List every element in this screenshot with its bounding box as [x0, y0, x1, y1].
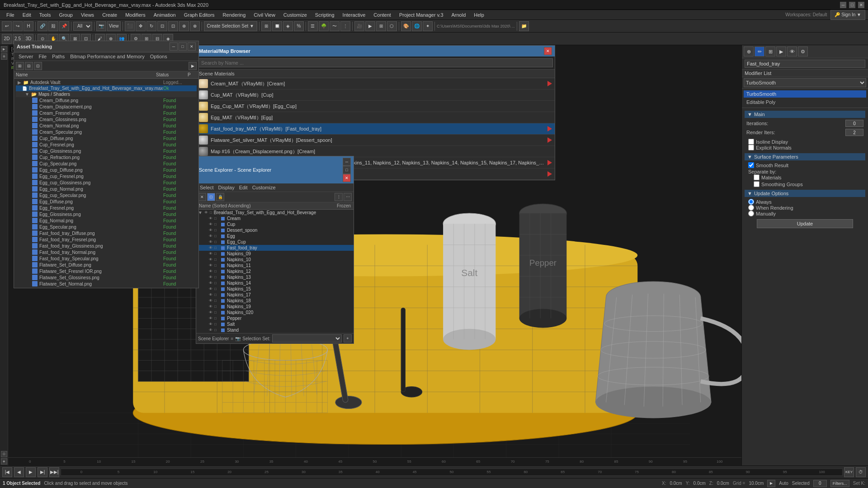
at-file-row-25[interactable]: Fast_food_tray_Specular.pngFound	[16, 255, 197, 262]
at-menu-file[interactable]: File	[37, 53, 48, 60]
mat-item-1[interactable]: Cup_MAT（VRayMtl）[Cup]	[196, 89, 555, 101]
object-name-input[interactable]	[745, 60, 865, 68]
menu-interactive[interactable]: Interactive	[339, 11, 369, 19]
motion-icon-btn[interactable]: ▶	[776, 47, 786, 56]
se-obj-row-12[interactable]: 👁□Napkins_15	[196, 286, 354, 292]
at-close[interactable]: ✕	[188, 42, 196, 51]
move-tool[interactable]: ✥	[136, 21, 146, 31]
se-filter-btn[interactable]: ⋯	[344, 193, 352, 201]
curve-editor[interactable]: 〜	[330, 21, 340, 31]
at-file-row-15[interactable]: Egg_cup_Specular.pngFound	[16, 192, 197, 198]
se-obj-row-13[interactable]: 👁□Napkins_17	[196, 292, 354, 298]
menu-file[interactable]: File	[3, 11, 18, 19]
at-minimize[interactable]: ─	[170, 42, 178, 51]
menu-views[interactable]: Views	[77, 11, 98, 19]
ts-when-rendering-radio[interactable]: When Rendering	[748, 205, 862, 211]
se-obj-row-5[interactable]: 👁□Fast_food_tray	[196, 245, 354, 251]
at-file-row-3[interactable]: Cream_Glossiness.pngFound	[16, 116, 197, 122]
menu-graph-editors[interactable]: Graph Editors	[180, 11, 218, 19]
display-icon-btn[interactable]: 👁	[787, 47, 797, 56]
schematic-view[interactable]: ⋮	[340, 21, 350, 31]
mat-item-4[interactable]: Fast_food_tray_MAT（VRayMtl）[Fast_food_tr…	[196, 123, 555, 135]
timeline-play-btn[interactable]: ▶	[26, 467, 36, 477]
se-close[interactable]: ✕	[343, 174, 351, 182]
at-file-row-16[interactable]: Egg_Diffuse.pngFound	[16, 198, 197, 205]
se-obj-row-2[interactable]: 👁□Dessert_spoon	[196, 227, 354, 233]
ts-materials-radio[interactable]: Materials	[754, 174, 862, 180]
se-obj-row-7[interactable]: 👁□Napkins_10	[196, 257, 354, 263]
status-play-btn[interactable]: ▶	[767, 480, 775, 487]
filters-button[interactable]: Filters...	[830, 480, 849, 487]
select-obj-button[interactable]: 📷	[96, 21, 106, 31]
at-file-row-29[interactable]: Flatware_Set_Normal.pngFound	[16, 281, 197, 287]
sign-in-button[interactable]: 🔑 Sign In ▼	[830, 10, 865, 20]
menu-rendering[interactable]: Rendering	[219, 11, 250, 19]
rotate-tool[interactable]: ↻	[146, 21, 156, 31]
vp-side-btn-4[interactable]: ◈	[1, 458, 7, 465]
create-selection-set[interactable]: Create Selection Set ▼	[204, 21, 257, 31]
se-selection-set-dropdown[interactable]	[272, 334, 342, 343]
select-mode[interactable]: ⬛	[125, 21, 135, 31]
ts-iterations-input[interactable]	[845, 120, 863, 127]
ts-surface-params-header[interactable]: ▼ Surface Parameters	[745, 153, 865, 160]
at-file-row-7[interactable]: Cup_Fresnel.pngFound	[16, 141, 197, 148]
render-frame[interactable]: ▶	[365, 21, 375, 31]
menu-arnold[interactable]: Arnold	[448, 11, 470, 19]
mat-editor[interactable]: 🎨	[401, 21, 411, 31]
se-obj-row-1[interactable]: 👁□Cup	[196, 221, 354, 227]
at-file-row-18[interactable]: Egg_Glossiness.pngFound	[16, 211, 197, 217]
menu-tools[interactable]: Tools	[36, 11, 55, 19]
menu-civil-view[interactable]: Civil View	[250, 11, 278, 19]
at-file-row-22[interactable]: Fast_food_tray_Fresnel.pngFound	[16, 236, 197, 243]
se-obj-row-14[interactable]: 👁□Napkins_18	[196, 298, 354, 304]
timeline-end-btn[interactable]: ▶▶|	[49, 467, 59, 477]
at-file-row-11[interactable]: Egg_cup_Diffuse.pngFound	[16, 167, 197, 173]
render-setup[interactable]: 🎥	[354, 21, 364, 31]
at-menu-paths[interactable]: Paths	[50, 53, 66, 60]
at-file-row-24[interactable]: Fast_food_tray_Normal.pngFound	[16, 249, 197, 255]
timeline-start-btn[interactable]: |◀	[2, 467, 12, 477]
se-menu-display[interactable]: Display	[217, 184, 236, 191]
squash-tool[interactable]: ⊡	[168, 21, 178, 31]
layer-manager[interactable]: ☰	[308, 21, 318, 31]
menu-edit[interactable]: Edit	[19, 11, 35, 19]
align-tool[interactable]: ⊞	[261, 21, 271, 31]
at-menu-bitmap[interactable]: Bitmap Performance and Memory	[68, 53, 146, 60]
menu-modifiers[interactable]: Modifiers	[122, 11, 149, 19]
view-btn[interactable]: View	[107, 21, 121, 31]
se-options-btn[interactable]: ⋮	[335, 193, 343, 201]
close-button[interactable]: ✕	[858, 2, 864, 8]
se-obj-row-6[interactable]: 👁□Napkins_09	[196, 251, 354, 257]
modify-icon-btn[interactable]: ✏	[755, 47, 764, 56]
bind-button[interactable]: 📌	[59, 21, 69, 31]
timeline-prev-btn[interactable]: ◀	[14, 467, 24, 477]
at-tb-btn4[interactable]: ▶	[189, 62, 197, 70]
percent-snap[interactable]: %	[294, 21, 304, 31]
se-obj-row-0[interactable]: 👁□Cream	[196, 216, 354, 221]
menu-project-manager[interactable]: Project Manager v.3	[396, 11, 447, 19]
at-maps-group[interactable]: ▼ 📂 Maps / Shaders	[16, 91, 197, 97]
ts-rollout-header[interactable]: ▼ Main	[745, 111, 865, 118]
vp-side-btn-2[interactable]: ⊕	[1, 53, 7, 60]
link-button[interactable]: 🔗	[38, 21, 47, 31]
at-file-row-12[interactable]: Egg_cup_Fresnel.pngFound	[16, 173, 197, 179]
menu-customize[interactable]: Customize	[280, 11, 311, 19]
at-file-row-8[interactable]: Cup_Glossiness.pngFound	[16, 148, 197, 154]
mat-item-0[interactable]: Cream_MAT（VRayMtl）[Cream]	[196, 78, 555, 89]
scene-explorer-titlebar[interactable]: Scene Explorer - Scene Explorer ─ □ ✕	[196, 156, 354, 183]
mat-item-5[interactable]: Flatware_Set_silver_MAT（VRayMtl）[Dessert…	[196, 135, 555, 146]
menu-animation[interactable]: Animation	[150, 11, 179, 19]
se-tree[interactable]: ▼ 👁 □ Breakfast_Tray_Set_with_Egg_and_Ho…	[196, 210, 354, 333]
frame-input[interactable]	[813, 480, 827, 487]
modifier-dropdown[interactable]: TurboSmooth	[744, 78, 866, 87]
render-env[interactable]: 🌐	[412, 21, 422, 31]
ts-explicit-normals-checkbox[interactable]: Explicit Normals	[748, 145, 862, 150]
material-browser-titlebar[interactable]: Material/Map Browser ✕	[196, 46, 555, 56]
utilities-icon-btn[interactable]: ⚙	[798, 47, 808, 56]
menu-scripting[interactable]: Scripting	[311, 11, 338, 19]
at-scene-file-row[interactable]: 📄 Breakfast_Tray_Set_with_Egg_and_Hot_Be…	[16, 85, 197, 91]
ts-isoline-checkbox[interactable]: Isoline Display	[748, 139, 862, 145]
at-file-row-9[interactable]: Cup_Refraction.pngFound	[16, 154, 197, 160]
menu-content[interactable]: Content	[370, 11, 395, 19]
menu-help[interactable]: Help	[470, 11, 488, 19]
